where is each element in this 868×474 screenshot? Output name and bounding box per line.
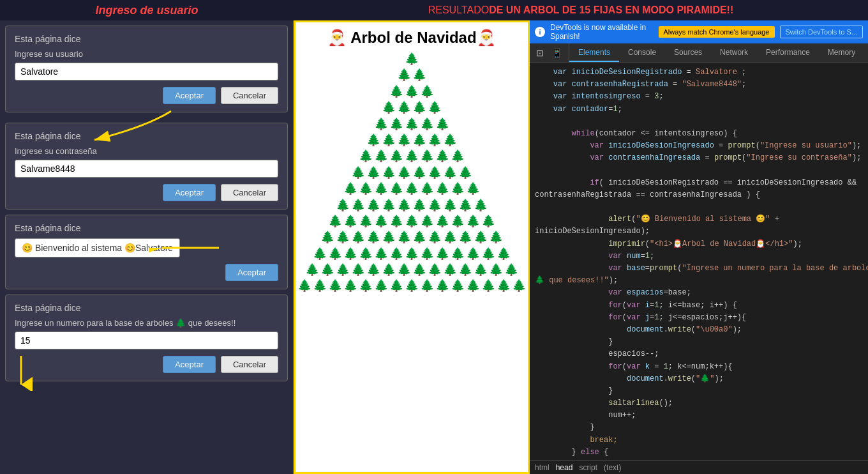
bottom-html[interactable]: html bbox=[535, 463, 550, 472]
arrow2-annotation bbox=[149, 235, 225, 261]
center-title: RESULTADODE UN ARBOL DE 15 FIJAS EN MODO… bbox=[294, 4, 868, 16]
dialog1-accept-button[interactable]: Aceptar bbox=[163, 87, 216, 104]
dialog2-accept-button[interactable]: Aceptar bbox=[163, 184, 216, 201]
arrow3-annotation bbox=[8, 353, 47, 391]
tree-row: 🌲🌲🌲🌲🌲 bbox=[374, 117, 449, 132]
tree-title: 🎅 Arbol de Navidad🎅 bbox=[327, 29, 495, 47]
tab-icons: ⊡ 📱 bbox=[530, 43, 569, 62]
main-title-text: DE UN ARBOL DE 15 FIJAS EN MODO PIRAMIDE… bbox=[489, 4, 733, 15]
arrow1-annotation bbox=[43, 105, 209, 143]
devtools-panel: i DevTools is now available in Spanish! … bbox=[530, 20, 868, 474]
tree-row: 🌲🌲🌲🌲🌲🌲🌲🌲🌲🌲🌲 bbox=[328, 214, 495, 229]
tab-elements[interactable]: Elements bbox=[569, 43, 619, 62]
tab-sources[interactable]: Sources bbox=[665, 43, 711, 62]
tree-row: 🌲🌲🌲 bbox=[389, 84, 434, 99]
dialog4-accept-button[interactable]: Aceptar bbox=[163, 356, 216, 373]
dialog3-title: Esta página dice bbox=[15, 223, 278, 233]
bottom-text[interactable]: (text) bbox=[604, 463, 621, 472]
inspect-icon[interactable]: ⊡ bbox=[534, 47, 546, 59]
switch-devtools-button[interactable]: Switch DevTools to S... bbox=[780, 26, 864, 38]
tree-row: 🌲 bbox=[405, 52, 419, 66]
tab-memory[interactable]: Memory bbox=[819, 43, 864, 62]
left-title: Ingreso de usuario bbox=[0, 4, 294, 17]
tree-row: 🌲🌲🌲🌲🌲🌲🌲🌲 bbox=[351, 165, 472, 180]
dialog-username: Esta página dice Ingrese su usuario Acep… bbox=[5, 26, 288, 112]
dialog-welcome: Esta página dice 😊 Bienvenido al sistema… bbox=[5, 215, 288, 289]
tree-row: 🌲🌲🌲🌲🌲🌲🌲🌲🌲🌲🌲🌲🌲🌲🌲 bbox=[297, 279, 526, 293]
left-panel: Esta página dice Ingrese su usuario Acep… bbox=[0, 20, 294, 474]
bottom-head[interactable]: head bbox=[556, 463, 573, 472]
dialog4-cancel-button[interactable]: Cancelar bbox=[221, 356, 278, 373]
center-panel: 🎅 Arbol de Navidad🎅 🌲🌲🌲🌲🌲🌲🌲🌲🌲🌲🌲🌲🌲🌲🌲🌲🌲🌲🌲🌲… bbox=[294, 20, 530, 474]
dialog4-label: Ingrese un numero para la base de arbole… bbox=[15, 318, 278, 328]
username-input[interactable] bbox=[15, 63, 278, 80]
info-icon: i bbox=[535, 27, 545, 37]
number-input[interactable] bbox=[15, 332, 278, 349]
tab-performance[interactable]: Performance bbox=[757, 43, 819, 62]
tree-display: 🌲🌲🌲🌲🌲🌲🌲🌲🌲🌲🌲🌲🌲🌲🌲🌲🌲🌲🌲🌲🌲🌲🌲🌲🌲🌲🌲🌲🌲🌲🌲🌲🌲🌲🌲🌲🌲🌲🌲🌲… bbox=[297, 52, 526, 294]
dialog1-cancel-button[interactable]: Cancelar bbox=[221, 87, 278, 104]
tab-application[interactable]: Applic... bbox=[864, 43, 868, 62]
devtools-tabs: ⊡ 📱 Elements Console Sources Network Per… bbox=[530, 43, 868, 63]
devtools-code: var inicioDeSesionRegistrado = Salvatore… bbox=[530, 63, 868, 460]
dialog2-cancel-button[interactable]: Cancelar bbox=[221, 184, 278, 201]
devtools-bottom-bar: html head script (text) bbox=[530, 460, 868, 474]
tab-network[interactable]: Network bbox=[711, 43, 757, 62]
info-text: DevTools is now available in Spanish! bbox=[550, 23, 654, 41]
dialog1-title: Esta página dice bbox=[15, 34, 278, 44]
tree-row: 🌲🌲🌲🌲🌲🌲🌲 bbox=[359, 149, 465, 164]
bottom-script[interactable]: script bbox=[579, 463, 597, 472]
dialog2-label: Ingrese su contraseña bbox=[15, 146, 278, 156]
tree-row: 🌲🌲🌲🌲🌲🌲🌲🌲🌲 bbox=[343, 181, 480, 196]
tree-row: 🌲🌲🌲🌲 bbox=[382, 100, 442, 115]
tab-console[interactable]: Console bbox=[619, 43, 665, 62]
tree-row: 🌲🌲🌲🌲🌲🌲🌲🌲🌲🌲🌲🌲 bbox=[320, 230, 503, 245]
dialog-number: Esta página dice Ingrese un numero para … bbox=[5, 294, 288, 381]
tree-row: 🌲🌲 bbox=[397, 68, 426, 82]
tree-row: 🌲🌲🌲🌲🌲🌲🌲🌲🌲🌲 bbox=[336, 198, 488, 213]
devtools-info-bar: i DevTools is now available in Spanish! … bbox=[530, 20, 868, 43]
dialog3-accept-button[interactable]: Aceptar bbox=[225, 264, 278, 281]
device-icon[interactable]: 📱 bbox=[549, 47, 565, 59]
dialog1-label: Ingrese su usuario bbox=[15, 49, 278, 59]
tree-row: 🌲🌲🌲🌲🌲🌲🌲🌲🌲🌲🌲🌲🌲 bbox=[313, 247, 511, 261]
dialog4-title: Esta página dice bbox=[15, 303, 278, 313]
tree-row: 🌲🌲🌲🌲🌲🌲 bbox=[366, 133, 457, 148]
match-language-button[interactable]: Always match Chrome's language bbox=[659, 26, 775, 38]
password-input[interactable] bbox=[15, 160, 278, 178]
tree-row: 🌲🌲🌲🌲🌲🌲🌲🌲🌲🌲🌲🌲🌲🌲 bbox=[305, 263, 518, 277]
resultado-text: RESULTADO bbox=[428, 4, 489, 15]
